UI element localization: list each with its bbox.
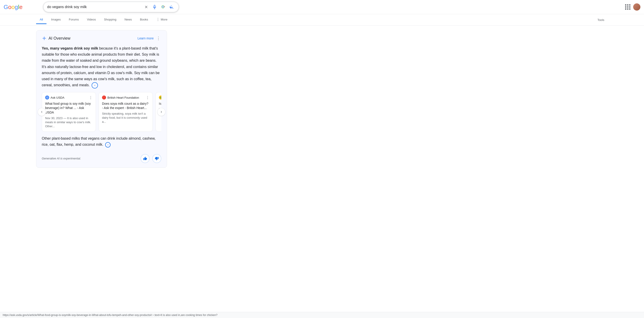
tab-books-label: Books <box>140 18 148 21</box>
bhf-icon: ❤️ <box>102 96 106 100</box>
ai-overview-footer: Generative AI is experimental. <box>42 151 161 163</box>
source-card-usda-header: Ask USDA ⋮ <box>45 96 92 100</box>
ai-overview-menu-button[interactable]: ⋮ <box>156 35 161 42</box>
ai-overview-card: AI Overview Learn more ⋮ Yes, many vegan… <box>36 30 167 168</box>
search-bar-wrap: do vegans drink soy milk <box>43 2 179 12</box>
apps-dot <box>625 6 626 8</box>
source-card-allplants-header: 🌿 Allplants ⋮ <box>159 96 161 100</box>
source-card-usda-snippet: Nov 30, 2023 — It is also used in meals … <box>45 116 92 129</box>
voice-search-button[interactable] <box>152 4 158 10</box>
source-cards-wrap: Ask USDA ⋮ What food group is soy milk (… <box>42 92 161 132</box>
tab-videos[interactable]: Videos <box>83 15 100 24</box>
apps-dot <box>625 8 626 10</box>
header: Google do vegans drink soy milk <box>0 0 644 14</box>
apps-dot <box>629 8 630 10</box>
ai-diamond-icon <box>42 36 47 41</box>
thumbs-down-button[interactable] <box>152 154 161 163</box>
search-tabs: All Images Forums Videos Shopping News B… <box>0 14 644 26</box>
ai-extra-text-content: Other plant-based milks that vegans can … <box>42 137 156 146</box>
logo-letter-g: G <box>4 3 8 10</box>
ai-text-body: because it's a plant-based milk that's s… <box>42 46 160 87</box>
expand-ai-text-button[interactable] <box>105 142 110 148</box>
avatar[interactable] <box>633 3 640 10</box>
logo-letter-o2: o <box>12 3 15 10</box>
source-card-bhf-name: ❤️ British Heart Foundation <box>102 96 139 100</box>
header-right <box>625 3 640 10</box>
source-cards-list: Ask USDA ⋮ What food group is soy milk (… <box>42 92 161 132</box>
logo-letter-g2: g <box>15 3 18 10</box>
apps-dot <box>627 4 628 6</box>
source-card-usda-title: What food group is soy milk (soy beverag… <box>45 102 92 115</box>
svg-rect-0 <box>154 5 155 7</box>
tab-images[interactable]: Images <box>48 15 64 24</box>
search-input[interactable]: do vegans drink soy milk <box>47 5 141 9</box>
source-card-allplants-title: Is Soy Vegan? - A... <box>159 102 161 106</box>
logo-area: Google <box>4 3 40 10</box>
source-card-usda-name: Ask USDA <box>45 96 64 100</box>
tab-news[interactable]: News <box>121 15 136 24</box>
source-card-usda-menu-button[interactable]: ⋮ <box>89 96 92 100</box>
avatar-image <box>633 3 640 10</box>
source-cards-next-button[interactable] <box>157 108 166 116</box>
tools-label: Tools <box>598 18 604 22</box>
learn-more-button[interactable]: Learn more <box>138 36 154 40</box>
google-logo[interactable]: Google <box>4 3 22 10</box>
more-dots-icon: ⋮ <box>156 17 160 22</box>
tab-images-label: Images <box>51 18 61 21</box>
apps-dot <box>627 6 628 8</box>
tab-books[interactable]: Books <box>136 15 152 24</box>
source-card-bhf[interactable]: ❤️ British Heart Foundation ⋮ Does soya … <box>98 92 153 132</box>
logo-letter-e: e <box>19 3 22 10</box>
search-bar[interactable]: do vegans drink soy milk <box>43 2 179 12</box>
search-submit-button[interactable] <box>168 4 175 10</box>
apps-dot <box>625 4 626 6</box>
ai-overview-title: AI Overview <box>42 36 70 41</box>
collapse-ai-text-button[interactable] <box>92 82 98 89</box>
allplants-icon: 🌿 <box>159 96 161 100</box>
main-content: AI Overview Learn more ⋮ Yes, many vegan… <box>0 26 203 177</box>
source-card-bhf-menu-button[interactable]: ⋮ <box>146 96 150 100</box>
source-card-usda-label: Ask USDA <box>50 96 64 99</box>
tab-forums-label: Forums <box>69 18 79 21</box>
tab-all[interactable]: All <box>36 15 46 24</box>
ai-extra-text: Other plant-based milks that vegans can … <box>42 135 161 148</box>
tab-shopping[interactable]: Shopping <box>100 15 120 24</box>
ai-disclaimer-text: Generative AI is experimental. <box>42 157 81 160</box>
source-card-bhf-label: British Heart Foundation <box>108 96 139 99</box>
ai-overview-header: AI Overview Learn more ⋮ <box>42 35 161 42</box>
tab-videos-label: Videos <box>87 18 96 21</box>
thumbs-up-button[interactable] <box>140 154 150 163</box>
source-cards-prev-button[interactable] <box>38 108 46 116</box>
apps-dot <box>627 8 628 10</box>
tools-button[interactable]: Tools <box>594 16 608 24</box>
feedback-buttons <box>140 154 161 163</box>
apps-dot <box>629 6 630 8</box>
ai-overview-title-text: AI Overview <box>48 36 70 41</box>
lens-search-button[interactable] <box>160 4 166 10</box>
apps-button[interactable] <box>625 4 630 10</box>
tab-shopping-label: Shopping <box>104 18 116 21</box>
tab-more-label: More <box>161 18 168 21</box>
ai-text-bold: Yes, many vegans drink soy milk <box>42 46 98 50</box>
apps-dot <box>629 4 630 6</box>
ai-main-text: Yes, many vegans drink soy milk because … <box>42 45 161 89</box>
tab-news-label: News <box>124 18 132 21</box>
clear-search-button[interactable] <box>143 4 149 10</box>
tab-more[interactable]: ⋮ More <box>152 15 171 24</box>
svg-point-4 <box>162 6 164 7</box>
usda-icon <box>45 96 49 100</box>
ai-header-controls: Learn more ⋮ <box>138 35 161 42</box>
tab-all-label: All <box>40 18 43 21</box>
source-card-bhf-header: ❤️ British Heart Foundation ⋮ <box>102 96 150 100</box>
logo-letter-o1: o <box>8 3 11 10</box>
source-card-allplants-name: 🌿 Allplants <box>159 96 161 100</box>
source-card-usda[interactable]: Ask USDA ⋮ What food group is soy milk (… <box>42 92 96 132</box>
source-card-bhf-snippet: Strictly speaking, soya milk isn't a dai… <box>102 112 150 124</box>
source-card-bhf-title: Does soya milk count as a dairy? - Ask t… <box>102 102 150 110</box>
tab-forums[interactable]: Forums <box>65 15 82 24</box>
svg-point-3 <box>162 5 164 8</box>
